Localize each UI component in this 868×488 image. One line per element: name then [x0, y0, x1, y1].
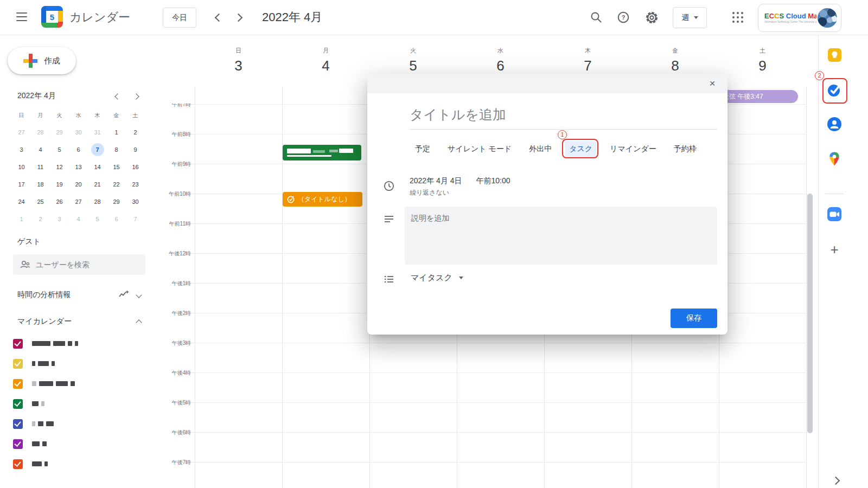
description-textarea[interactable]: 説明を追加: [405, 207, 717, 265]
chevron-down-icon[interactable]: [136, 292, 142, 298]
calendar-checkbox[interactable]: [13, 459, 23, 469]
tab[interactable]: サイレント モード: [448, 144, 512, 154]
google-apps-grid-icon[interactable]: [731, 11, 744, 24]
prev-week-icon[interactable]: [215, 14, 224, 22]
mini-calendar-day[interactable]: 2: [126, 124, 145, 141]
create-button[interactable]: 作成: [8, 47, 76, 74]
calendar-list-item[interactable]: [13, 374, 149, 394]
day-header-number[interactable]: 7: [584, 57, 591, 74]
day-header-number[interactable]: 5: [409, 57, 417, 74]
mini-calendar-day[interactable]: 20: [69, 176, 88, 193]
day-header-number[interactable]: 9: [758, 57, 766, 74]
save-button[interactable]: 保存: [671, 309, 717, 328]
tab[interactable]: リマインダー: [610, 144, 656, 154]
help-icon[interactable]: ?: [616, 10, 630, 24]
task-list-selector[interactable]: マイタスク: [411, 273, 463, 283]
day-header-number[interactable]: 6: [496, 57, 504, 74]
tab-task[interactable]: タスク: [565, 141, 597, 157]
mini-calendar-day[interactable]: 25: [31, 193, 50, 210]
account-card[interactable]: ECCS Cloud Mail Information Technology C…: [758, 4, 841, 32]
mini-calendar-day[interactable]: 8: [107, 141, 126, 158]
mini-calendar-day[interactable]: 11: [31, 158, 50, 176]
mini-calendar-day[interactable]: 4: [69, 210, 88, 228]
guest-search-box[interactable]: [13, 254, 145, 275]
mini-calendar-day[interactable]: 26: [50, 193, 69, 210]
day-header-number[interactable]: 3: [234, 57, 242, 74]
calendar-checkbox[interactable]: [13, 419, 23, 429]
insights-row[interactable]: 時間の分析情報: [17, 290, 141, 300]
mini-calendar-day[interactable]: 31: [88, 124, 107, 141]
close-icon[interactable]: ×: [706, 77, 719, 90]
mini-calendar-day[interactable]: 5: [88, 210, 107, 228]
mini-calendar-day[interactable]: 3: [12, 141, 31, 158]
chevron-up-icon[interactable]: [136, 319, 142, 325]
mini-calendar-day[interactable]: 29: [50, 124, 69, 141]
mini-calendar-day[interactable]: 10: [12, 158, 31, 176]
mini-calendar-day[interactable]: 30: [126, 193, 145, 210]
view-selector-dropdown[interactable]: 週: [673, 7, 707, 28]
mini-calendar-day[interactable]: 7: [88, 141, 107, 158]
mini-calendar-day[interactable]: 7: [126, 210, 145, 228]
calendar-checkbox[interactable]: [13, 359, 23, 369]
settings-gear-icon[interactable]: [644, 10, 659, 24]
calendar-logo[interactable]: 5: [41, 6, 63, 28]
search-icon[interactable]: [589, 10, 603, 24]
mini-calendar-prev-icon[interactable]: [114, 93, 120, 99]
calendar-list-item[interactable]: [13, 434, 149, 454]
mini-calendar-day[interactable]: 9: [126, 141, 145, 158]
mini-calendar-day[interactable]: 14: [88, 158, 107, 176]
mini-calendar-day[interactable]: 6: [69, 141, 88, 158]
mini-calendar-day[interactable]: 1: [107, 124, 126, 141]
scrollbar-thumb[interactable]: [807, 194, 813, 433]
today-button[interactable]: 今日: [163, 8, 196, 28]
contacts-icon[interactable]: [824, 113, 845, 135]
event-redacted[interactable]: [283, 145, 361, 160]
mini-calendar-day[interactable]: 28: [31, 124, 50, 141]
mini-calendar-day[interactable]: 2: [31, 210, 50, 228]
tab[interactable]: 予約枠: [674, 144, 697, 154]
mini-calendar-day[interactable]: 18: [31, 176, 50, 193]
mini-calendar-day[interactable]: 30: [69, 124, 88, 141]
mini-calendar-day[interactable]: 13: [69, 158, 88, 176]
mini-calendar-day[interactable]: 4: [31, 141, 50, 158]
mini-calendar-day[interactable]: 29: [107, 193, 126, 210]
maps-icon[interactable]: [824, 148, 845, 170]
mini-calendar-day[interactable]: 28: [88, 193, 107, 210]
calendar-checkbox[interactable]: [13, 379, 23, 389]
title-input[interactable]: [410, 107, 713, 123]
day-header-number[interactable]: 8: [671, 57, 679, 74]
mini-calendar-day[interactable]: 22: [107, 176, 126, 193]
tasks-icon[interactable]: [824, 79, 845, 101]
mini-calendar-day[interactable]: 27: [69, 193, 88, 210]
mini-calendar-day[interactable]: 27: [12, 124, 31, 141]
recurrence-value[interactable]: 繰り返さない: [410, 188, 449, 197]
calendar-list-item[interactable]: [13, 333, 149, 354]
mini-calendar-next-icon[interactable]: [133, 93, 139, 99]
dialog-drag-handle[interactable]: [367, 74, 727, 93]
tab[interactable]: 外出中: [529, 144, 552, 154]
mini-calendar-day[interactable]: 3: [50, 210, 69, 228]
expand-panel-icon[interactable]: [832, 477, 840, 485]
hamburger-menu-icon[interactable]: [16, 12, 27, 22]
tab[interactable]: 予定: [415, 144, 430, 154]
mini-calendar-day[interactable]: 23: [126, 176, 145, 193]
event-task-untitled[interactable]: （タイトルなし）: [283, 192, 362, 207]
calendar-list-item[interactable]: [13, 394, 149, 414]
my-calendars-row[interactable]: マイカレンダー: [17, 317, 141, 326]
guest-search-input[interactable]: [36, 260, 117, 269]
calendar-checkbox[interactable]: [13, 399, 23, 409]
mini-calendar-day[interactable]: 16: [126, 158, 145, 176]
mini-calendar-day[interactable]: 21: [88, 176, 107, 193]
mini-calendar-day[interactable]: 24: [12, 193, 31, 210]
mini-calendar-day[interactable]: 6: [107, 210, 126, 228]
calendar-checkbox[interactable]: [13, 339, 23, 349]
avatar[interactable]: [818, 8, 837, 28]
mini-calendar-day[interactable]: 12: [50, 158, 69, 176]
day-header-number[interactable]: 4: [322, 57, 329, 74]
calendar-list-item[interactable]: [13, 414, 149, 434]
mini-calendar-day[interactable]: 19: [50, 176, 69, 193]
datetime-row[interactable]: 2022年 4月 4日 午前10:00: [410, 176, 510, 186]
get-addons-button[interactable]: +: [824, 239, 845, 260]
calendar-list-item[interactable]: [13, 454, 149, 474]
mini-calendar-day[interactable]: 1: [12, 210, 31, 228]
